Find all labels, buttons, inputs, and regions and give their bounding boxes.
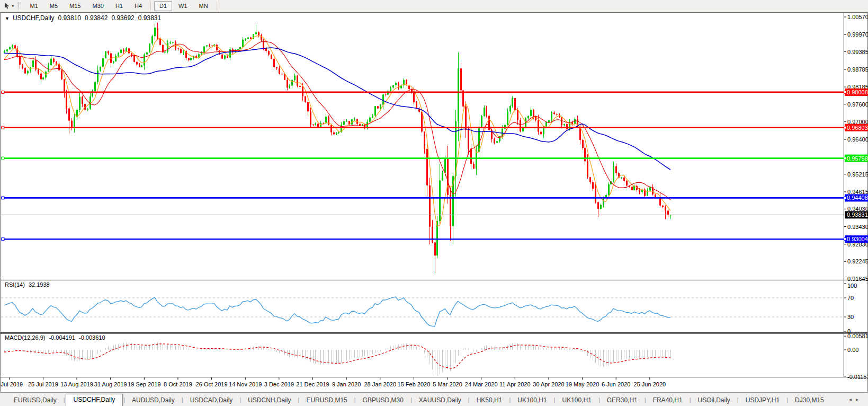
candle-body bbox=[9, 47, 11, 49]
candle-body bbox=[600, 205, 602, 209]
candle-body bbox=[167, 43, 168, 52]
tab-eurusd-m15[interactable]: EURUSD,M15 bbox=[300, 395, 353, 406]
candle-body bbox=[460, 68, 462, 90]
chart-tab-bar: EURUSD,Daily|USDCHF,Daily|AUDUSD,Daily|U… bbox=[0, 392, 868, 406]
candle-body bbox=[27, 71, 29, 74]
candle-body bbox=[287, 80, 288, 88]
candle-body bbox=[159, 39, 161, 45]
candle-body bbox=[592, 182, 594, 189]
candle-body bbox=[105, 51, 106, 58]
date-label: 5 Mar 2020 bbox=[433, 381, 462, 387]
candle-body bbox=[486, 108, 487, 116]
price-line-label: 0.93004 bbox=[847, 236, 868, 242]
candle-body bbox=[144, 55, 145, 66]
timeframe-h4[interactable]: H4 bbox=[129, 1, 147, 11]
tab-xauusd-daily[interactable]: XAUUSD,Daily bbox=[413, 395, 468, 406]
candle-body bbox=[665, 207, 666, 211]
candle-body bbox=[299, 86, 301, 87]
hline-anchor[interactable] bbox=[2, 126, 4, 129]
timeframe-d1[interactable]: D1 bbox=[154, 1, 172, 11]
candle-body bbox=[97, 70, 99, 82]
candle-body bbox=[68, 109, 70, 121]
price-line-handle[interactable] bbox=[844, 126, 847, 129]
price-tick-label: 0.95215 bbox=[847, 171, 868, 178]
tab-usdjpy-h1[interactable]: USDJPY,H1 bbox=[739, 395, 786, 406]
candle-body bbox=[392, 85, 394, 88]
candle-body bbox=[227, 56, 228, 58]
tab-fra40-h1[interactable]: FRA40,H1 bbox=[647, 395, 689, 406]
timeframe-m1[interactable]: M1 bbox=[25, 1, 43, 11]
timeframe-h1[interactable]: H1 bbox=[110, 1, 128, 11]
tab-audusd-daily[interactable]: AUDUSD,Daily bbox=[126, 395, 181, 406]
tab-usdchf-daily[interactable]: USDCHF,Daily bbox=[66, 394, 123, 406]
date-label: 19 Sep 2019 bbox=[128, 381, 160, 387]
candle-body bbox=[385, 94, 387, 95]
timeframe-m30[interactable]: M30 bbox=[87, 1, 109, 11]
candle-body bbox=[61, 70, 62, 80]
candle-body bbox=[276, 67, 278, 68]
candle-body bbox=[333, 133, 335, 135]
price-tick-label: 0.99970 bbox=[847, 31, 868, 38]
timeframe-w1[interactable]: W1 bbox=[173, 1, 193, 11]
price-tick-label: 0.98785 bbox=[847, 66, 868, 73]
toolbar-grip[interactable] bbox=[19, 2, 21, 10]
candle-body bbox=[369, 118, 371, 122]
tab-uk100-h1[interactable]: UK100,H1 bbox=[511, 395, 553, 406]
cursor-tool-button[interactable]: ▾ bbox=[2, 1, 16, 11]
tab-eurusd-daily[interactable]: EURUSD,Daily bbox=[7, 395, 63, 406]
candle-body bbox=[556, 114, 558, 114]
hline-anchor[interactable] bbox=[2, 157, 4, 160]
candle-body bbox=[183, 51, 184, 53]
price-tick-label: 0.91645 bbox=[847, 276, 868, 282]
tab-dj30-m15[interactable]: DJ30,M15 bbox=[789, 395, 830, 406]
date-label: 31 Aug 2019 bbox=[94, 381, 127, 387]
candle-body bbox=[509, 106, 511, 111]
tab-uk100-h1[interactable]: UK100,H1 bbox=[556, 395, 598, 406]
candle-body bbox=[317, 123, 319, 127]
candle-body bbox=[82, 97, 83, 104]
price-line-handle[interactable] bbox=[844, 157, 847, 160]
candle-body bbox=[118, 53, 119, 56]
date-label: 9 Jan 2020 bbox=[332, 381, 361, 387]
candle-body bbox=[535, 117, 536, 120]
candle-body bbox=[48, 65, 49, 72]
hline-anchor[interactable] bbox=[2, 238, 4, 241]
candle-body bbox=[374, 106, 376, 116]
price-line-handle[interactable] bbox=[844, 197, 847, 199]
hline-anchor[interactable] bbox=[2, 91, 4, 93]
tab-usoil-daily[interactable]: USOil,Daily bbox=[692, 395, 737, 406]
candle-body bbox=[291, 80, 293, 86]
tab-scroll-left-icon[interactable]: ◂ bbox=[849, 396, 856, 402]
timeframe-mn[interactable]: MN bbox=[194, 1, 213, 11]
tab-scroll-right-icon[interactable]: ▸ bbox=[856, 396, 863, 402]
tab-hk50-h1[interactable]: HK50,H1 bbox=[470, 395, 509, 406]
candle-body bbox=[4, 51, 5, 53]
candle-body bbox=[514, 98, 516, 110]
candle-body bbox=[551, 112, 552, 120]
price-line-handle[interactable] bbox=[844, 238, 847, 241]
candle-body bbox=[484, 108, 485, 116]
candle-body bbox=[582, 140, 584, 148]
candle-body bbox=[315, 123, 316, 125]
chart-canvas[interactable]: 1.005700.999700.993850.987850.981850.976… bbox=[0, 12, 868, 392]
timeframe-m15[interactable]: M15 bbox=[64, 1, 86, 11]
candle-body bbox=[659, 197, 661, 205]
tab-ger30-h1[interactable]: GER30,H1 bbox=[601, 395, 644, 406]
price-tick-label: 0.96400 bbox=[847, 136, 868, 143]
timeframe-m5[interactable]: M5 bbox=[44, 1, 63, 11]
candle-body bbox=[553, 112, 555, 114]
hline-anchor[interactable] bbox=[2, 197, 4, 199]
candle-body bbox=[312, 125, 314, 125]
candle-body bbox=[330, 125, 332, 133]
tab-usdcad-daily[interactable]: USDCAD,Daily bbox=[184, 395, 239, 406]
candle-body bbox=[190, 58, 192, 60]
price-tick-label: 0.92245 bbox=[847, 258, 868, 264]
candle-body bbox=[164, 51, 166, 52]
tab-gbpusd-m30[interactable]: GBPUSD,M30 bbox=[356, 395, 410, 406]
tab-usdcnh-daily[interactable]: USDCNH,Daily bbox=[241, 395, 297, 406]
price-line-handle[interactable] bbox=[844, 91, 847, 93]
candle-body bbox=[566, 124, 568, 129]
price-tick-label: 0.97600 bbox=[847, 101, 868, 108]
candle-body bbox=[126, 48, 127, 51]
candle-body bbox=[157, 28, 158, 39]
